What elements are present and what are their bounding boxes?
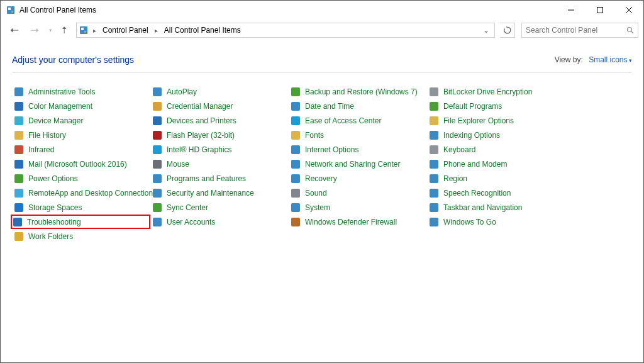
control-panel-item[interactable]: Internet Options [289,142,427,157]
view-by: View by: Small icons [555,55,632,64]
control-panel-item[interactable]: Recovery [289,171,427,186]
breadcrumb-current[interactable]: All Control Panel Items [162,23,243,37]
item-icon [290,115,301,126]
control-panel-item[interactable]: Work Folders [12,229,150,243]
control-panel-item[interactable]: Security and Maintenance [150,186,289,200]
control-panel-item[interactable]: Troubleshooting [11,215,150,229]
control-panel-item[interactable]: Mail (Microsoft Outlook 2016) [12,157,150,171]
item-label: Speech Recognition [443,189,511,198]
item-icon [13,101,25,112]
item-icon [152,173,163,184]
control-panel-item[interactable]: File Explorer Options [427,113,565,128]
maximize-button[interactable] [586,1,614,20]
control-panel-item[interactable]: RemoteApp and Desktop Connections [12,186,150,200]
item-label: Ease of Access Center [305,116,381,125]
control-panel-item[interactable]: Fonts [289,128,427,142]
control-panel-item[interactable]: Default Programs [427,99,565,113]
column: AutoPlayCredential ManagerDevices and Pr… [150,84,289,243]
control-panel-item[interactable]: Backup and Restore (Windows 7) [289,84,427,99]
control-panel-item[interactable]: Color Management [12,99,150,113]
item-label: System [305,203,330,212]
items-grid: Administrative ToolsColor ManagementDevi… [12,84,632,243]
item-label: Sound [305,189,327,198]
control-panel-item[interactable]: Storage Spaces [12,200,150,215]
item-icon [428,187,440,199]
item-label: Troubleshooting [27,218,81,226]
control-panel-item[interactable]: Infrared [12,142,150,157]
control-panel-item[interactable]: AutoPlay [150,84,289,99]
control-panel-item[interactable]: Ease of Access Center [289,113,427,128]
item-label: Keyboard [443,145,475,154]
control-panel-item[interactable]: Sound [289,186,427,200]
control-panel-item[interactable]: BitLocker Drive Encryption [427,84,565,99]
back-button[interactable]: 🠐 [6,21,23,39]
breadcrumb-root[interactable]: Control Panel [100,23,151,37]
control-panel-item[interactable]: Devices and Printers [150,113,289,128]
history-dropdown-icon[interactable]: ▾ [46,21,55,39]
address-bar[interactable]: ▸ Control Panel ▸ All Control Panel Item… [76,23,495,38]
item-label: Flash Player (32-bit) [167,131,235,140]
item-icon [428,115,440,126]
control-panel-item[interactable]: Credential Manager [150,99,289,113]
item-icon [428,86,440,98]
control-panel-item[interactable]: Power Options [12,171,150,186]
item-icon [290,159,301,170]
item-label: User Accounts [167,218,215,226]
control-panel-item[interactable]: Indexing Options [427,128,565,142]
item-label: File Explorer Options [443,116,514,125]
control-panel-item[interactable]: Network and Sharing Center [289,157,427,171]
close-button[interactable] [614,1,643,20]
control-panel-item[interactable]: Phone and Modem [427,157,565,171]
control-panel-item[interactable]: Date and Time [289,99,427,113]
control-panel-item[interactable]: Taskbar and Navigation [427,200,565,215]
search-input[interactable]: Search Control Panel [521,23,638,38]
item-label: Devices and Printers [167,116,236,125]
control-panel-item[interactable]: User Accounts [150,215,289,229]
item-label: Phone and Modem [443,160,507,169]
control-panel-item[interactable]: Intel® HD Graphics [150,142,289,157]
chevron-right-icon[interactable]: ▸ [153,27,159,34]
item-label: Programs and Features [167,174,246,183]
item-label: AutoPlay [167,87,197,96]
item-icon [290,144,301,155]
control-panel-item[interactable]: Region [427,171,565,186]
control-panel-item[interactable]: Programs and Features [150,171,289,186]
control-panel-item[interactable]: Windows Defender Firewall [289,215,427,229]
item-label: Intel® HD Graphics [167,145,232,154]
control-panel-item[interactable]: File History [12,128,150,142]
control-panel-item[interactable]: Flash Player (32-bit) [150,128,289,142]
control-panel-item[interactable]: Keyboard [427,142,565,157]
svg-rect-9 [84,31,86,33]
search-icon [626,26,634,34]
control-panel-item[interactable]: Mouse [150,157,289,171]
item-label: Mail (Microsoft Outlook 2016) [28,160,127,169]
forward-button[interactable]: 🠒 [26,21,43,39]
view-by-dropdown[interactable]: Small icons [589,55,632,64]
titlebar: All Control Panel Items [1,1,643,20]
control-panel-item[interactable]: Device Manager [12,113,150,128]
control-panel-item[interactable]: Windows To Go [427,215,565,229]
chevron-right-icon[interactable]: ▸ [92,27,97,34]
control-panel-item[interactable]: System [289,200,427,215]
item-icon [13,144,25,155]
item-icon [152,130,163,141]
address-dropdown-icon[interactable]: ⌄ [479,26,493,35]
control-panel-item[interactable]: Administrative Tools [12,84,150,99]
item-icon [428,144,440,155]
control-panel-item[interactable]: Sync Center [150,200,289,215]
svg-rect-1 [8,8,11,10]
item-label: Infrared [28,145,54,154]
item-label: Indexing Options [443,131,500,140]
refresh-button[interactable] [500,23,515,38]
svg-point-10 [628,28,632,32]
item-label: Color Management [28,102,92,111]
item-icon [428,216,440,228]
minimize-button[interactable] [557,1,586,20]
item-icon [13,173,25,184]
up-button[interactable]: 🠑 [57,23,71,37]
item-label: Fonts [305,131,324,140]
control-panel-icon [78,25,89,36]
search-placeholder: Search Control Panel [526,26,597,35]
item-label: Network and Sharing Center [305,160,400,169]
control-panel-item[interactable]: Speech Recognition [427,186,565,200]
